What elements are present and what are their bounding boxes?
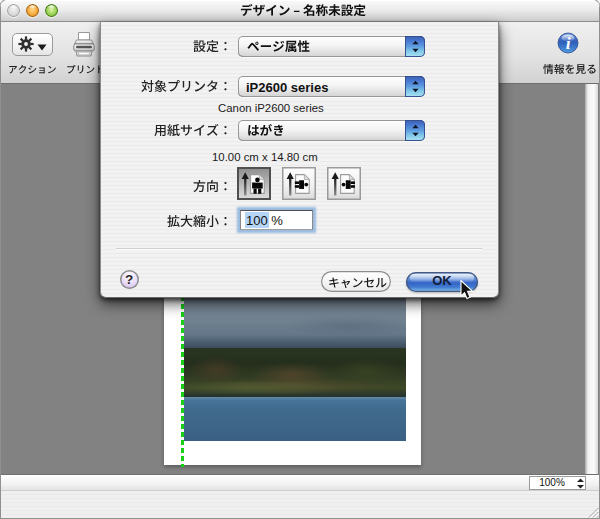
- svg-text:i: i: [566, 33, 571, 53]
